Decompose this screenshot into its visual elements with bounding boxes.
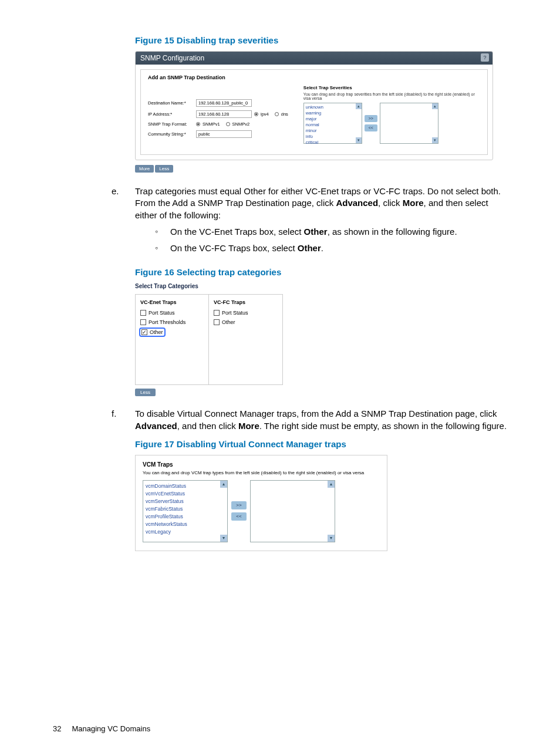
figure15-caption: Figure 15 Disabling trap severities <box>135 35 507 45</box>
sev-item[interactable]: critical <box>306 140 360 146</box>
page-number: 32 <box>53 724 61 733</box>
step-e-marker: e. <box>112 185 135 262</box>
dest-name-input[interactable] <box>196 99 252 107</box>
vcm-item[interactable]: vcmVcEnetStatus <box>146 490 225 498</box>
chk-label: Port Status <box>149 310 175 316</box>
severities-left-list[interactable]: ▴ unknown warning major normal minor inf… <box>303 103 362 144</box>
sev-item[interactable]: info <box>306 134 360 140</box>
col2-head: VC-FC Traps <box>214 299 278 305</box>
figure17-note: You can drag and drop VCM trap types fro… <box>143 470 380 475</box>
step-e-content: Trap categories must equal Other for eit… <box>135 185 507 262</box>
figure15-window-title-text: SNMP Configuration <box>140 54 204 62</box>
bullet-text: On the VC-Enet Traps box, select <box>170 227 304 237</box>
vcm-item[interactable]: vcmDomainStatus <box>146 482 225 490</box>
bullet-bold: Other <box>304 227 328 237</box>
sev-item[interactable]: warning <box>306 110 360 116</box>
bullet-text: On the VC-FC Traps box, select <box>170 243 298 253</box>
scroll-up-icon[interactable]: ▴ <box>356 103 362 109</box>
chk-label: Other <box>222 319 235 325</box>
chk-label: Port Thresholds <box>149 319 185 325</box>
figure16-title: Select Trap Categories <box>135 283 507 289</box>
dns-label: dns <box>281 112 288 117</box>
severities-right-list[interactable]: ▴ ▾ <box>380 103 438 144</box>
step-e-bold: Advanced <box>336 198 378 208</box>
help-icon[interactable]: ? <box>481 53 489 62</box>
severities-note: You can drag and drop trap severities fr… <box>303 92 480 100</box>
checkbox[interactable] <box>140 319 146 325</box>
scroll-up-icon[interactable]: ▴ <box>328 481 335 488</box>
figure16-col-enet: VC-Enet Traps Port Status Port Threshold… <box>135 294 209 385</box>
severities-title: Select Trap Severities <box>303 85 480 90</box>
step-f-bold: Advanced <box>135 421 177 431</box>
scroll-down-icon[interactable]: ▾ <box>432 137 438 143</box>
checkbox[interactable] <box>214 310 220 316</box>
sev-item[interactable]: major <box>306 116 360 122</box>
less-button[interactable]: Less <box>135 389 156 396</box>
scroll-down-icon[interactable]: ▾ <box>220 535 227 542</box>
figure17-title: VCM Traps <box>143 461 380 468</box>
scroll-up-icon[interactable]: ▴ <box>432 103 438 109</box>
vcm-item[interactable]: vcmNetworkStatus <box>146 521 225 528</box>
bullet-text: , as shown in the following figure. <box>328 227 457 237</box>
checkbox[interactable] <box>214 319 220 325</box>
figure15-window-title: SNMP Configuration ? <box>136 52 492 65</box>
dns-radio[interactable] <box>275 112 279 116</box>
more-button[interactable]: More <box>135 165 154 173</box>
step-f-text: , and then click <box>177 421 238 431</box>
step-f-bold: More <box>238 421 259 431</box>
col1-head: VC-Enet Traps <box>140 299 204 305</box>
sev-item[interactable]: minor <box>306 128 360 134</box>
vcm-left-list[interactable]: ▴ vcmDomainStatus vcmVcEnetStatus vcmSer… <box>143 480 228 542</box>
step-f-content: To disable Virtual Connect Manager traps… <box>135 408 507 432</box>
move-left-button[interactable]: << <box>231 512 247 521</box>
ipv4-label: ipv4 <box>261 112 269 117</box>
chk-label: Other <box>150 329 163 335</box>
format-label: SNMP Trap Format: <box>148 121 194 127</box>
community-input[interactable] <box>196 130 252 138</box>
checkbox[interactable] <box>140 310 146 316</box>
ip-label: IP Address:* <box>148 112 194 117</box>
vcm-right-list[interactable]: ▴ ▾ <box>250 480 335 542</box>
chk-label: Port Status <box>222 310 248 316</box>
move-right-button[interactable]: >> <box>231 501 247 509</box>
dest-name-label: Destination Name:* <box>148 100 194 106</box>
scroll-up-icon[interactable]: ▴ <box>220 481 227 488</box>
figure15-window: SNMP Configuration ? Add an SNMP Trap De… <box>135 51 493 160</box>
figure16-box: VC-Enet Traps Port Status Port Threshold… <box>135 294 283 385</box>
figure17-panel: VCM Traps You can drag and drop VCM trap… <box>135 455 387 551</box>
step-f-marker: f. <box>112 408 135 432</box>
figure16-col-fc: VC-FC Traps Port Status Other <box>209 294 283 385</box>
move-left-button[interactable]: << <box>365 124 377 131</box>
figure15-panel-title: Add an SNMP Trap Destination <box>148 75 480 80</box>
step-f-text: . The right side must be empty, as shown… <box>259 421 507 431</box>
figure15-form: Destination Name:* IP Address:* ipv4 dns <box>148 85 292 144</box>
page-footer: 32 Managing VC Domains <box>53 724 150 733</box>
sev-item[interactable]: normal <box>306 122 360 128</box>
ipv4-radio[interactable] <box>254 112 258 116</box>
snmpv1-label: SNMPv1 <box>203 121 220 127</box>
figure16-caption: Figure 16 Selecting trap categories <box>135 267 507 277</box>
vcm-item[interactable]: vcmProfileStatus <box>146 513 225 521</box>
snmpv1-radio[interactable] <box>196 122 200 126</box>
ip-input[interactable] <box>196 110 252 118</box>
scroll-down-icon[interactable]: ▾ <box>328 535 335 542</box>
checkbox[interactable] <box>141 329 147 335</box>
bullet-text: . <box>321 243 323 253</box>
step-f-text: To disable Virtual Connect Manager traps… <box>135 409 497 418</box>
step-e-bullet: On the VC-FC Traps box, select Other. <box>155 242 507 254</box>
snmpv2-radio[interactable] <box>226 122 230 126</box>
less-button[interactable]: Less <box>155 165 173 173</box>
step-e-text: , click <box>378 198 403 208</box>
move-right-button[interactable]: >> <box>365 115 377 122</box>
scroll-down-icon[interactable]: ▾ <box>356 137 362 143</box>
figure17-caption: Figure 17 Disabling Virtual Connect Mana… <box>135 439 507 449</box>
sev-item[interactable]: unknown <box>306 104 360 110</box>
snmpv2-label: SNMPv2 <box>232 121 250 127</box>
step-e-bold: More <box>403 198 424 208</box>
vcm-item[interactable]: vcmLegacy <box>146 528 225 536</box>
bullet-bold: Other <box>298 243 321 253</box>
vcm-item[interactable]: vcmServerStatus <box>146 498 225 505</box>
section-name: Managing VC Domains <box>72 724 150 733</box>
vcm-item[interactable]: vcmFabricStatus <box>146 505 225 513</box>
community-label: Community String:* <box>148 131 194 137</box>
